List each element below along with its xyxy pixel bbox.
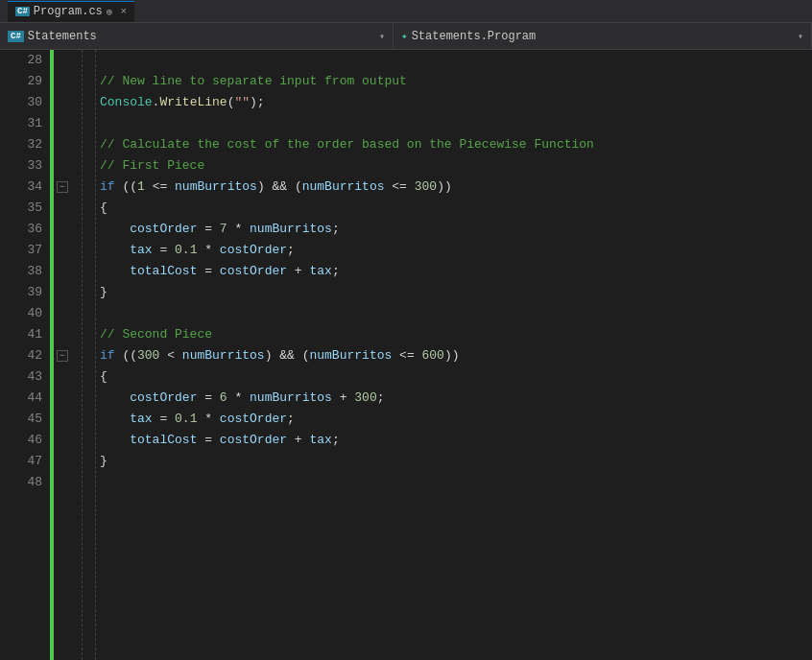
statements-dropdown[interactable]: C# Statements ▾: [0, 23, 394, 49]
line-35: 35: [0, 198, 42, 219]
code-line-36: costOrder = 7 * numBurritos;: [100, 219, 812, 240]
code-line-30: Console.WriteLine("");: [100, 92, 812, 113]
code-line-29: // New line to separate input from outpu…: [100, 71, 812, 92]
chevron-down-icon-left: ▾: [379, 31, 385, 42]
line-numbers: 28 29 30 31 32 33 34 35 36 37 38 39 40 4…: [0, 50, 50, 660]
program-label: Statements.Program: [412, 30, 537, 43]
code-line-28: [100, 50, 812, 71]
code-line-41: // Second Piece: [100, 324, 812, 345]
indent-guide-1: [69, 50, 83, 660]
statements-label: Statements: [28, 30, 97, 43]
navigation-bars: C# Statements ▾ ✦ Statements.Program ▾: [0, 23, 812, 50]
fold-gutter: − −: [54, 50, 69, 660]
line-32: 32: [0, 134, 42, 155]
code-line-37: tax = 0.1 * costOrder;: [100, 240, 812, 261]
line-34: 34: [0, 177, 42, 198]
indent-guide-2: [83, 50, 96, 660]
line-33: 33: [0, 155, 42, 177]
program-dropdown[interactable]: ✦ Statements.Program ▾: [394, 23, 812, 49]
line-48: 48: [0, 472, 42, 493]
code-line-43: {: [100, 366, 812, 388]
code-line-47: }: [100, 451, 812, 472]
line-42: 42: [0, 345, 42, 366]
line-46: 46: [0, 430, 42, 451]
file-tab[interactable]: C# Program.cs ⊕ ×: [8, 1, 134, 22]
code-line-35: {: [100, 198, 812, 219]
code-line-45: tax = 0.1 * costOrder;: [100, 409, 812, 430]
title-bar: C# Program.cs ⊕ ×: [0, 0, 812, 23]
code-line-39: }: [100, 282, 812, 303]
line-43: 43: [0, 366, 42, 388]
line-39: 39: [0, 282, 42, 303]
tab-filename: Program.cs: [34, 5, 103, 18]
code-line-44: costOrder = 6 * numBurritos + 300;: [100, 388, 812, 409]
cs-icon: C#: [15, 7, 30, 16]
code-area: // New line to separate input from outpu…: [96, 50, 812, 660]
code-line-34: if ((1 <= numBurritos) && (numBurritos <…: [100, 177, 812, 198]
code-line-42: if ((300 < numBurritos) && (numBurritos …: [100, 345, 812, 366]
code-line-48: [100, 472, 812, 493]
line-47: 47: [0, 451, 42, 472]
code-line-40: [100, 303, 812, 324]
chevron-down-icon-right: ▾: [798, 31, 803, 42]
class-icon: ✦: [401, 30, 408, 42]
line-40: 40: [0, 303, 42, 324]
pin-icon: ⊕: [107, 6, 113, 18]
line-45: 45: [0, 409, 42, 430]
code-line-31: [100, 113, 812, 134]
line-37: 37: [0, 240, 42, 261]
code-line-33: // First Piece: [100, 155, 812, 177]
code-editor: 28 29 30 31 32 33 34 35 36 37 38 39 40 4…: [0, 50, 812, 660]
code-line-38: totalCost = costOrder + tax;: [100, 261, 812, 282]
code-line-32: // Calculate the cost of the order based…: [100, 134, 812, 155]
line-31: 31: [0, 113, 42, 134]
indent-guides: [69, 50, 96, 660]
cs-badge-left: C#: [8, 31, 24, 42]
line-41: 41: [0, 324, 42, 345]
line-44: 44: [0, 388, 42, 409]
line-38: 38: [0, 261, 42, 282]
line-30: 30: [0, 92, 42, 113]
fold-button-34[interactable]: −: [54, 177, 69, 198]
line-29: 29: [0, 71, 42, 92]
code-line-46: totalCost = costOrder + tax;: [100, 430, 812, 451]
fold-button-42[interactable]: −: [54, 345, 69, 366]
line-36: 36: [0, 219, 42, 240]
line-28: 28: [0, 50, 42, 71]
close-icon[interactable]: ×: [120, 6, 127, 17]
